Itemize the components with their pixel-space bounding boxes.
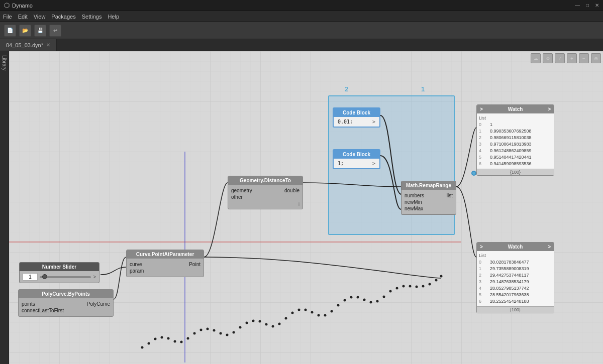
code-block-1-body[interactable]: 0.01; > — [334, 117, 379, 127]
menu-view[interactable]: View — [34, 14, 46, 20]
svg-point-24 — [265, 323, 268, 326]
svg-point-21 — [246, 322, 248, 324]
svg-point-5 — [141, 346, 144, 349]
canvas-area: 2 1 Code Block 0.01; > Code Block 1; > — [9, 51, 603, 364]
curve-in-port: curve — [130, 262, 142, 267]
code-block-2-body[interactable]: 1; > — [334, 159, 379, 168]
open-button[interactable]: 📂 — [19, 25, 31, 37]
svg-point-8 — [161, 336, 163, 339]
svg-rect-2 — [9, 51, 603, 364]
watch-2-body: List 030.0281783846477 129.7355889008319… — [477, 251, 554, 306]
watch-1-row-5: 50.951404417420441 — [479, 154, 552, 161]
zoom-in-btn[interactable]: + — [567, 53, 577, 63]
svg-point-12 — [187, 337, 189, 340]
svg-point-36 — [344, 299, 346, 302]
watch-2-header: > Watch > — [477, 242, 554, 251]
close-btn[interactable]: ✕ — [595, 3, 599, 8]
geometry-distance-node: Geometry.DistanceTo geometry double othe… — [228, 176, 303, 209]
points-port-row: points PolyCurve — [22, 301, 110, 307]
watch-1-list-label: List — [479, 115, 552, 120]
cloud-icon-btn[interactable]: ☁ — [531, 53, 541, 63]
main-area: Library — [0, 51, 603, 364]
library-tab[interactable]: Library — [1, 53, 8, 73]
canvas-label-1: 1 — [421, 85, 425, 93]
svg-point-50 — [435, 279, 438, 282]
watch-2-arrow-left[interactable]: > — [480, 244, 483, 250]
newMin-port-row: newMin — [405, 199, 453, 205]
svg-point-10 — [174, 340, 176, 343]
menu-edit[interactable]: Edit — [18, 14, 28, 20]
svg-point-18 — [226, 334, 229, 336]
watch-2-row-4: 428.8527985137742 — [479, 285, 552, 292]
curve-point-body: curve Point param — [127, 259, 204, 277]
menu-settings[interactable]: Settings — [82, 14, 102, 20]
watch-1-row-1: 10.990353607692508 — [479, 128, 552, 135]
watch-1-row-0: 01 — [479, 122, 552, 128]
save-button[interactable]: 💾 — [34, 25, 46, 37]
svg-point-30 — [305, 309, 307, 311]
menu-packages[interactable]: Packages — [51, 14, 75, 20]
svg-point-38 — [357, 296, 359, 299]
svg-point-47 — [416, 286, 418, 288]
code-block-1-out: > — [372, 119, 375, 125]
svg-point-37 — [350, 296, 353, 299]
new-button[interactable]: 📄 — [4, 25, 16, 37]
watch-1-arrow-left[interactable]: > — [480, 106, 483, 112]
canvas-label-2: 2 — [345, 85, 348, 93]
watch-panel-1: > Watch > List 01 10.990353607692508 20.… — [476, 104, 554, 176]
svg-point-20 — [239, 326, 242, 329]
app-icon: ⬡ — [4, 2, 10, 9]
watch-1-footer: {100} — [477, 169, 554, 175]
slider-thumb[interactable] — [42, 274, 47, 279]
watch-2-row-6: 628.2525454248188 — [479, 298, 552, 305]
number-slider-header: Number Slider — [20, 263, 99, 271]
other-port-row: other — [231, 194, 299, 200]
file-tab[interactable]: 04_05_03.dyn* ✕ — [0, 39, 57, 51]
numbers-out-port: list — [447, 193, 453, 198]
zoom-fit-btn[interactable]: ⤢ — [555, 53, 565, 63]
numbers-port-row: numbers list — [405, 193, 453, 198]
watch-2-arrow-right[interactable]: > — [548, 244, 551, 250]
svg-point-34 — [331, 310, 333, 313]
watch-1-connector[interactable] — [471, 171, 476, 176]
maximize-btn[interactable]: □ — [586, 3, 589, 8]
menu-help[interactable]: Help — [108, 14, 119, 20]
curve-point-node: Curve.PointAtParameter curve Point param — [126, 250, 204, 277]
watch-1-title: Watch — [508, 106, 523, 112]
polycurve-body: points PolyCurve connectLastToFirst — [19, 298, 113, 316]
zoom-out-btn[interactable]: − — [579, 53, 589, 63]
watch-2-title: Watch — [508, 244, 523, 250]
settings-view-btn[interactable]: ⚙ — [543, 53, 553, 63]
svg-point-35 — [337, 304, 340, 307]
watch-1-arrow-right[interactable]: > — [548, 106, 551, 112]
curve-point-header: Curve.PointAtParameter — [127, 250, 204, 259]
polycurve-node: PolyCurve.ByPoints points PolyCurve conn… — [18, 289, 114, 317]
svg-point-40 — [370, 301, 372, 304]
svg-point-15 — [207, 328, 209, 330]
newMax-port-row: newMax — [405, 206, 453, 211]
slider-out: > — [93, 274, 96, 280]
geometry-out-port: double — [284, 188, 299, 193]
menu-file[interactable]: File — [3, 14, 12, 20]
svg-point-16 — [213, 329, 216, 332]
svg-point-51 — [440, 275, 443, 278]
undo-button[interactable]: ↩ — [49, 25, 61, 37]
code-block-2-header: Code Block — [334, 150, 379, 159]
zoom-add-btn[interactable]: ⊕ — [591, 53, 601, 63]
svg-point-49 — [429, 283, 431, 286]
tab-close-icon[interactable]: ✕ — [46, 42, 50, 48]
svg-point-33 — [324, 314, 327, 317]
geometry-distance-body: geometry double other i — [228, 185, 303, 209]
slider-track[interactable] — [40, 276, 91, 278]
toolbar: 📄 📂 💾 ↩ — [0, 22, 603, 39]
watch-2-footer-text: {100} — [510, 307, 521, 312]
panel-controls: ☁ ⚙ ⤢ + − ⊕ — [531, 53, 601, 63]
curve-port-row: curve Point — [130, 262, 200, 267]
code-block-node-1: Code Block 0.01; > — [333, 107, 380, 128]
svg-point-42 — [383, 296, 385, 298]
geometry-info: i — [231, 201, 299, 207]
svg-point-46 — [409, 285, 412, 288]
polycurve-header: PolyCurve.ByPoints — [19, 290, 113, 298]
sidebar: Library — [0, 51, 9, 364]
minimize-btn[interactable]: — — [575, 3, 580, 8]
